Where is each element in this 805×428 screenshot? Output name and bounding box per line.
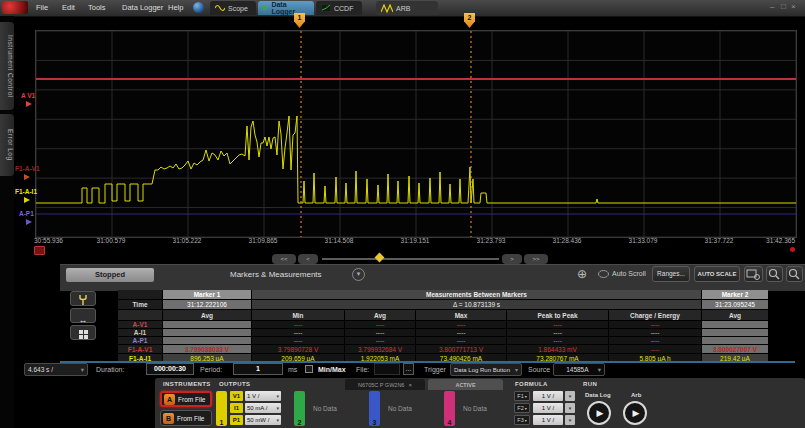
tab-arb[interactable]: ARB	[376, 1, 438, 15]
grid-icon	[78, 329, 89, 340]
instrument-tab[interactable]: N6705C P GW2N6 ×	[345, 379, 425, 390]
output1-v1-scale[interactable]: 1 V / ▾	[245, 391, 281, 401]
auto-scroll-toggle[interactable]: Auto Scroll	[612, 270, 646, 277]
row-label: A-P1	[118, 337, 162, 344]
output1-bar[interactable]: 1	[216, 391, 227, 426]
duration-field[interactable]: 000:00:30	[146, 363, 194, 375]
cell-m2	[702, 329, 768, 336]
chevron-down-icon: ▾	[276, 405, 279, 411]
sidebar-tab-instrument-control[interactable]: Instrument Control	[0, 22, 14, 110]
channel-arrow-f1-a-v1[interactable]	[24, 174, 30, 180]
markers-button[interactable]: ↔	[70, 308, 96, 323]
output1-p1-scale[interactable]: 50 mW / ▾	[245, 415, 281, 425]
instrument-a-button[interactable]: A From File	[160, 391, 212, 407]
zoom-region-button[interactable]	[744, 266, 763, 282]
marker2-flag[interactable]: 2	[464, 13, 475, 28]
chevron-down-icon: ▾	[81, 366, 84, 374]
maximize-button[interactable]: □	[781, 2, 786, 12]
datalog-run-button[interactable]: ▶	[587, 401, 611, 425]
cell-charge: ----	[609, 329, 701, 336]
marker1-flag[interactable]: 1	[294, 13, 305, 28]
formula-f2-dropdown[interactable]: ▾	[565, 403, 575, 413]
formula-f2-badge[interactable]: F2▾	[514, 403, 530, 413]
col-header-empty	[118, 310, 162, 320]
formula-f2-scale[interactable]: 1 V /	[533, 403, 563, 413]
row-label: A-I1	[118, 329, 162, 336]
active-tab[interactable]: ACTIVE	[428, 379, 503, 390]
tab-ccdf[interactable]: CCDF	[316, 1, 362, 15]
instrument-b-label: From File	[177, 415, 204, 422]
x-tick: 31:42.365	[739, 237, 795, 244]
tools-button[interactable]	[70, 291, 96, 306]
output1-i1-scale[interactable]: 50 mA / ▾	[245, 403, 281, 413]
x-tick: 31:23.793	[463, 237, 519, 244]
scroll-back-button[interactable]: <	[298, 254, 318, 264]
col-header-avg: Avg	[345, 310, 415, 320]
chevron-down-icon[interactable]: ▾	[352, 268, 365, 281]
waveform-plot[interactable]	[35, 30, 797, 238]
zoom-in-button[interactable]	[766, 266, 783, 282]
autoscale-button[interactable]: AUTO SCALE	[694, 266, 740, 282]
cell-min: ----	[252, 337, 344, 344]
row-label: A-V1	[118, 321, 162, 328]
scale-value: 1 V /	[247, 393, 259, 399]
zoom-out-button[interactable]	[786, 266, 803, 282]
menu-help[interactable]: Help	[168, 3, 183, 12]
channel-label-f1-a-v1: F1-A-V1	[15, 165, 40, 172]
scroll-end-button[interactable]: >>	[524, 254, 548, 264]
sidebar-tab-error-log[interactable]: Error Log	[0, 114, 14, 176]
instrument-b-button[interactable]: B From File	[160, 410, 212, 426]
section-outputs: OUTPUTS	[219, 381, 250, 387]
formula-f3-badge[interactable]: F3▾	[514, 415, 530, 425]
chevron-down-icon: ▾	[276, 417, 279, 423]
scroll-handle[interactable]	[375, 253, 385, 263]
crosshair-icon[interactable]: ⊕	[577, 267, 587, 281]
info-icon[interactable]	[193, 2, 204, 13]
tab-scope[interactable]: Scope	[210, 1, 256, 15]
minmax-checkbox[interactable]	[305, 365, 313, 373]
sine-icon	[215, 4, 225, 12]
formula-f1-dropdown[interactable]: ▾	[565, 391, 575, 401]
trigger-dropdown[interactable]: Data Log Run Button ▾	[450, 363, 522, 376]
formula-f3-scale[interactable]: 1 V /	[533, 415, 563, 425]
cell-charge: ----	[609, 345, 701, 353]
file-field[interactable]	[374, 363, 400, 375]
tab-arb-label: ARB	[396, 5, 410, 12]
scroll-forward-button[interactable]: >	[502, 254, 522, 264]
scroll-rewind-button[interactable]: <<	[272, 254, 296, 264]
source-dropdown[interactable]: 14585A ▾	[553, 363, 605, 376]
output4-bar[interactable]: 4	[444, 391, 455, 426]
output2-bar[interactable]: 2	[294, 391, 305, 426]
scale-value: 50 mA /	[247, 405, 267, 411]
formula-f3-dropdown[interactable]: ▾	[565, 415, 575, 425]
channel-arrow-a-v1[interactable]	[26, 101, 32, 107]
marker2-header[interactable]: Marker 2	[702, 290, 768, 299]
tab-data-logger[interactable]: ▶ Data Logger	[258, 1, 314, 15]
play-icon: ▶	[633, 408, 640, 418]
menu-edit[interactable]: Edit	[62, 3, 75, 12]
scroll-track[interactable]	[322, 258, 499, 260]
channel-arrow-a-p1[interactable]	[26, 219, 32, 225]
cell-ptp: ----	[507, 321, 608, 328]
timescale-dropdown[interactable]: 4.643 s / ▾	[24, 363, 88, 376]
output3-bar[interactable]: 3	[369, 391, 380, 426]
marker1-header[interactable]: Marker 1	[163, 290, 251, 299]
browse-button[interactable]: ...	[403, 363, 414, 375]
menu-tools[interactable]: Tools	[88, 3, 106, 12]
grid-view-button[interactable]	[70, 325, 96, 340]
period-field[interactable]: 1	[233, 363, 283, 375]
formula-f1-badge[interactable]: F1▾	[514, 391, 530, 401]
view-selector-label[interactable]: Markers & Measurements	[230, 270, 322, 279]
formula-f1-scale[interactable]: 1 V /	[533, 391, 563, 401]
minimize-button[interactable]: –	[770, 2, 774, 12]
menu-file[interactable]: File	[36, 3, 48, 12]
channel-arrow-f1-a-i1[interactable]	[24, 197, 30, 203]
ranges-button[interactable]: Ranges...	[652, 266, 690, 282]
menu-data-logger[interactable]: Data Logger	[122, 3, 163, 12]
close-button[interactable]: ×	[791, 2, 796, 12]
arb-run-button[interactable]: ▶	[623, 401, 647, 425]
ccdf-icon	[321, 4, 331, 12]
section-formula: FORMULA	[515, 381, 548, 387]
sidebar: Instrument Control Error Log	[0, 16, 14, 428]
close-icon[interactable]: ×	[408, 382, 412, 388]
